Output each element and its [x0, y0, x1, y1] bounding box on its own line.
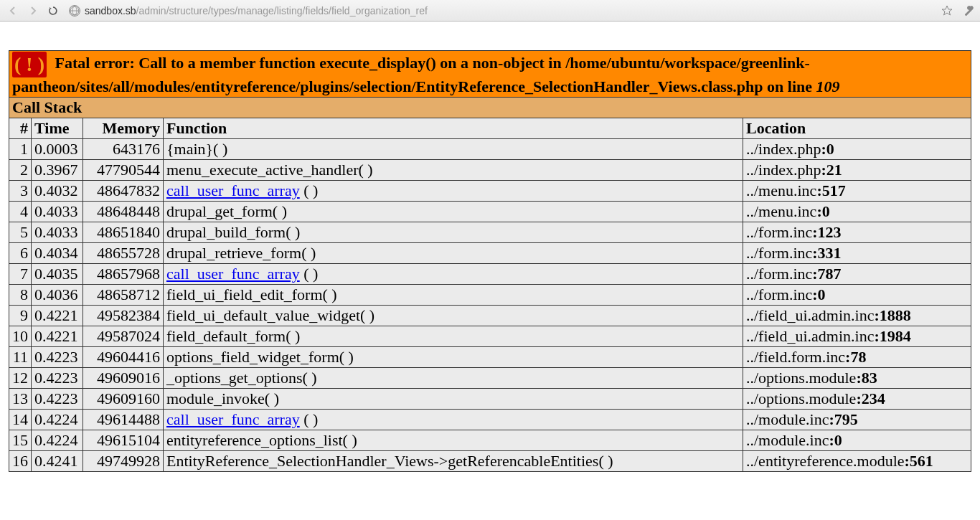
table-row: 150.422449615104entityreference_options_…	[9, 430, 971, 451]
page-content: ( ! ) Fatal error: Call to a member func…	[0, 22, 980, 481]
function-doc-link[interactable]: call_user_func_array	[166, 410, 300, 428]
cell-time: 0.4032	[32, 181, 83, 202]
cell-location: ../form.inc:0	[743, 285, 971, 306]
cell-location: ../options.module:234	[743, 389, 971, 410]
cell-memory: 49749928	[83, 451, 164, 472]
table-row: 110.422349604416options_field_widget_for…	[9, 347, 971, 368]
col-header-num: #	[9, 118, 32, 139]
cell-memory: 643176	[83, 139, 164, 160]
cell-location: ../menu.inc:0	[743, 202, 971, 222]
col-header-memory: Memory	[83, 118, 164, 139]
cell-location: ../field.form.inc:78	[743, 347, 971, 368]
cell-num: 1	[9, 139, 32, 160]
table-row: 140.422449614488call_user_func_array ( )…	[9, 410, 971, 430]
cell-time: 0.4221	[32, 306, 83, 326]
cell-memory: 48651840	[83, 222, 164, 243]
cell-location: ../form.inc:331	[743, 243, 971, 264]
browser-toolbar: sandbox.sb/admin/structure/types/manage/…	[0, 0, 980, 22]
cell-num: 14	[9, 410, 32, 430]
col-header-time: Time	[32, 118, 83, 139]
cell-location: ../options.module:83	[743, 368, 971, 389]
cell-location: ../form.inc:123	[743, 222, 971, 243]
table-row: 130.422349609160module_invoke( )../optio…	[9, 389, 971, 410]
table-row: 20.396747790544menu_execute_active_handl…	[9, 160, 971, 181]
error-message: : Call to a member function execute_disp…	[12, 54, 816, 95]
cell-num: 4	[9, 202, 32, 222]
cell-num: 15	[9, 430, 32, 451]
cell-function: field_ui_field_edit_form( )	[164, 285, 743, 306]
cell-location: ../index.php:0	[743, 139, 971, 160]
reload-button[interactable]	[44, 2, 62, 19]
cell-function: module_invoke( )	[164, 389, 743, 410]
cell-time: 0.3967	[32, 160, 83, 181]
cell-time: 0.4036	[32, 285, 83, 306]
cell-function: drupal_build_form( )	[164, 222, 743, 243]
cell-function: EntityReference_SelectionHandler_Views->…	[164, 451, 743, 472]
cell-function: {main}( )	[164, 139, 743, 160]
cell-memory: 48658712	[83, 285, 164, 306]
table-row: 160.424149749928EntityReference_Selectio…	[9, 451, 971, 472]
cell-memory: 48657968	[83, 264, 164, 285]
bookmark-star-icon[interactable]	[940, 4, 954, 18]
forward-button[interactable]	[24, 2, 42, 19]
cell-location: ../module.inc:0	[743, 430, 971, 451]
url-bar[interactable]: sandbox.sb/admin/structure/types/manage/…	[65, 4, 958, 18]
globe-icon	[69, 5, 80, 16]
cell-time: 0.4224	[32, 410, 83, 430]
cell-memory: 47790544	[83, 160, 164, 181]
cell-memory: 48647832	[83, 181, 164, 202]
cell-function: drupal_get_form( )	[164, 202, 743, 222]
cell-location: ../menu.inc:517	[743, 181, 971, 202]
cell-memory: 48655728	[83, 243, 164, 264]
wrench-icon[interactable]	[961, 4, 976, 18]
cell-num: 5	[9, 222, 32, 243]
table-row: 90.422149582384field_ui_default_value_wi…	[9, 306, 971, 326]
cell-time: 0.4221	[32, 326, 83, 347]
error-header: ( ! ) Fatal error: Call to a member func…	[9, 51, 971, 98]
cell-location: ../form.inc:787	[743, 264, 971, 285]
cell-time: 0.4034	[32, 243, 83, 264]
cell-location: ../entityreference.module:561	[743, 451, 971, 472]
cell-time: 0.4224	[32, 430, 83, 451]
cell-time: 0.4223	[32, 389, 83, 410]
cell-location: ../module.inc:795	[743, 410, 971, 430]
table-row: 40.403348648448drupal_get_form( )../menu…	[9, 202, 971, 222]
cell-num: 6	[9, 243, 32, 264]
function-doc-link[interactable]: call_user_func_array	[166, 265, 300, 283]
cell-location: ../index.php:21	[743, 160, 971, 181]
cell-time: 0.4241	[32, 451, 83, 472]
cell-time: 0.0003	[32, 139, 83, 160]
table-row: 50.403348651840drupal_build_form( )../fo…	[9, 222, 971, 243]
cell-num: 8	[9, 285, 32, 306]
cell-memory: 49604416	[83, 347, 164, 368]
cell-memory: 49614488	[83, 410, 164, 430]
cell-num: 10	[9, 326, 32, 347]
cell-time: 0.4223	[32, 347, 83, 368]
cell-function: menu_execute_active_handler( )	[164, 160, 743, 181]
cell-function: call_user_func_array ( )	[164, 410, 743, 430]
error-prefix: Fatal error	[55, 54, 130, 72]
cell-function: field_ui_default_value_widget( )	[164, 306, 743, 326]
cell-function: field_default_form( )	[164, 326, 743, 347]
function-doc-link[interactable]: call_user_func_array	[166, 181, 300, 199]
table-row: 70.403548657968call_user_func_array ( ).…	[9, 264, 971, 285]
cell-function: drupal_retrieve_form( )	[164, 243, 743, 264]
table-row: 60.403448655728drupal_retrieve_form( )..…	[9, 243, 971, 264]
table-header-row: # Time Memory Function Location	[9, 118, 971, 139]
error-badge-icon: ( ! )	[12, 52, 47, 77]
cell-time: 0.4035	[32, 264, 83, 285]
cell-num: 11	[9, 347, 32, 368]
cell-memory: 48648448	[83, 202, 164, 222]
cell-memory: 49587024	[83, 326, 164, 347]
table-row: 120.422349609016_options_get_options( ).…	[9, 368, 971, 389]
cell-function: call_user_func_array ( )	[164, 181, 743, 202]
table-row: 30.403248647832call_user_func_array ( ).…	[9, 181, 971, 202]
cell-function: _options_get_options( )	[164, 368, 743, 389]
col-header-function: Function	[164, 118, 743, 139]
cell-memory: 49609160	[83, 389, 164, 410]
cell-location: ../field_ui.admin.inc:1984	[743, 326, 971, 347]
table-row: 100.422149587024field_default_form( )../…	[9, 326, 971, 347]
cell-memory: 49615104	[83, 430, 164, 451]
back-button[interactable]	[4, 2, 22, 19]
cell-memory: 49609016	[83, 368, 164, 389]
